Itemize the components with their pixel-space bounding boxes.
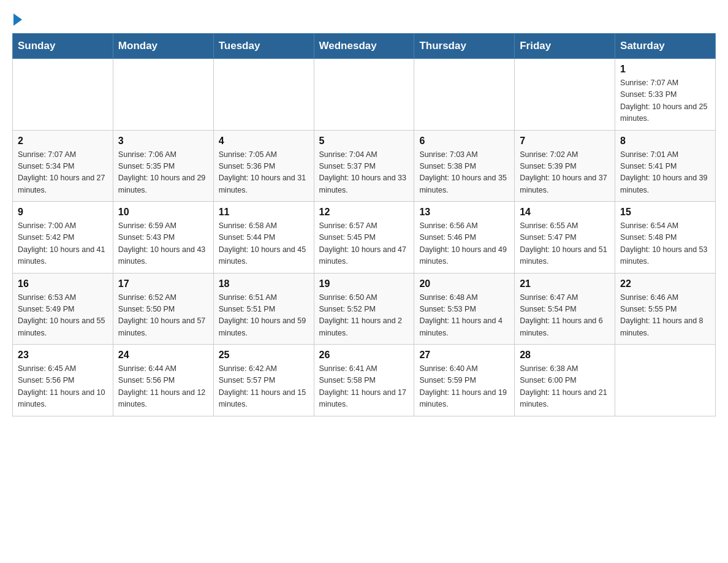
day-info: Sunrise: 7:02 AM Sunset: 5:39 PM Dayligh… (520, 149, 610, 197)
day-number: 13 (419, 207, 509, 218)
calendar-cell: 18Sunrise: 6:51 AM Sunset: 5:51 PM Dayli… (213, 273, 314, 345)
day-info: Sunrise: 7:05 AM Sunset: 5:36 PM Dayligh… (219, 149, 309, 197)
day-number: 20 (419, 278, 509, 289)
page-header (12, 12, 716, 23)
day-info: Sunrise: 6:51 AM Sunset: 5:51 PM Dayligh… (219, 292, 309, 340)
day-info: Sunrise: 7:03 AM Sunset: 5:38 PM Dayligh… (419, 149, 509, 197)
calendar-cell: 7Sunrise: 7:02 AM Sunset: 5:39 PM Daylig… (515, 130, 615, 202)
day-number: 1 (620, 64, 710, 75)
calendar-cell: 12Sunrise: 6:57 AM Sunset: 5:45 PM Dayli… (314, 202, 414, 274)
calendar-cell: 21Sunrise: 6:47 AM Sunset: 5:54 PM Dayli… (515, 273, 615, 345)
day-info: Sunrise: 6:50 AM Sunset: 5:52 PM Dayligh… (319, 292, 409, 340)
day-info: Sunrise: 6:42 AM Sunset: 5:57 PM Dayligh… (219, 363, 309, 411)
day-number: 4 (219, 136, 309, 147)
calendar-cell: 11Sunrise: 6:58 AM Sunset: 5:44 PM Dayli… (213, 202, 314, 274)
calendar-cell: 23Sunrise: 6:45 AM Sunset: 5:56 PM Dayli… (13, 345, 113, 416)
calendar-cell: 15Sunrise: 6:54 AM Sunset: 5:48 PM Dayli… (615, 202, 716, 274)
day-number: 26 (319, 350, 409, 361)
day-info: Sunrise: 7:01 AM Sunset: 5:41 PM Dayligh… (620, 149, 710, 197)
week-row-2: 2Sunrise: 7:07 AM Sunset: 5:34 PM Daylig… (13, 130, 716, 202)
day-number: 21 (520, 278, 610, 289)
calendar-cell: 13Sunrise: 6:56 AM Sunset: 5:46 PM Dayli… (414, 202, 515, 274)
calendar-cell: 10Sunrise: 6:59 AM Sunset: 5:43 PM Dayli… (113, 202, 213, 274)
column-header-monday: Monday (113, 34, 213, 59)
column-header-saturday: Saturday (615, 34, 716, 59)
calendar-cell: 3Sunrise: 7:06 AM Sunset: 5:35 PM Daylig… (113, 130, 213, 202)
calendar-cell: 25Sunrise: 6:42 AM Sunset: 5:57 PM Dayli… (213, 345, 314, 416)
day-info: Sunrise: 6:48 AM Sunset: 5:53 PM Dayligh… (419, 292, 509, 340)
day-number: 19 (319, 278, 409, 289)
week-row-1: 1Sunrise: 7:07 AM Sunset: 5:33 PM Daylig… (13, 59, 716, 131)
calendar-cell (13, 59, 113, 131)
day-number: 5 (319, 136, 409, 147)
day-number: 24 (118, 350, 208, 361)
column-header-friday: Friday (515, 34, 615, 59)
day-number: 11 (219, 207, 309, 218)
day-number: 23 (18, 350, 108, 361)
calendar-cell: 24Sunrise: 6:44 AM Sunset: 5:56 PM Dayli… (113, 345, 213, 416)
day-info: Sunrise: 7:07 AM Sunset: 5:34 PM Dayligh… (18, 149, 108, 197)
calendar-cell (414, 59, 515, 131)
day-info: Sunrise: 6:54 AM Sunset: 5:48 PM Dayligh… (620, 220, 710, 268)
calendar-cell: 16Sunrise: 6:53 AM Sunset: 5:49 PM Dayli… (13, 273, 113, 345)
day-info: Sunrise: 6:46 AM Sunset: 5:55 PM Dayligh… (620, 292, 710, 340)
calendar-cell: 6Sunrise: 7:03 AM Sunset: 5:38 PM Daylig… (414, 130, 515, 202)
logo (12, 12, 22, 23)
day-info: Sunrise: 6:59 AM Sunset: 5:43 PM Dayligh… (118, 220, 208, 268)
column-header-tuesday: Tuesday (213, 34, 314, 59)
day-number: 18 (219, 278, 309, 289)
day-info: Sunrise: 6:44 AM Sunset: 5:56 PM Dayligh… (118, 363, 208, 411)
calendar-cell: 19Sunrise: 6:50 AM Sunset: 5:52 PM Dayli… (314, 273, 414, 345)
week-row-3: 9Sunrise: 7:00 AM Sunset: 5:42 PM Daylig… (13, 202, 716, 274)
day-info: Sunrise: 6:56 AM Sunset: 5:46 PM Dayligh… (419, 220, 509, 268)
day-number: 16 (18, 278, 108, 289)
day-number: 7 (520, 136, 610, 147)
calendar-cell (515, 59, 615, 131)
day-info: Sunrise: 6:53 AM Sunset: 5:49 PM Dayligh… (18, 292, 108, 340)
calendar-cell (113, 59, 213, 131)
day-info: Sunrise: 7:04 AM Sunset: 5:37 PM Dayligh… (319, 149, 409, 197)
day-number: 3 (118, 136, 208, 147)
logo-arrow-icon (13, 13, 22, 26)
day-info: Sunrise: 7:07 AM Sunset: 5:33 PM Dayligh… (620, 77, 710, 125)
calendar-cell: 28Sunrise: 6:38 AM Sunset: 6:00 PM Dayli… (515, 345, 615, 416)
day-number: 27 (419, 350, 509, 361)
day-info: Sunrise: 6:57 AM Sunset: 5:45 PM Dayligh… (319, 220, 409, 268)
column-header-sunday: Sunday (13, 34, 113, 59)
day-number: 15 (620, 207, 710, 218)
day-info: Sunrise: 6:40 AM Sunset: 5:59 PM Dayligh… (419, 363, 509, 411)
day-number: 6 (419, 136, 509, 147)
day-info: Sunrise: 7:00 AM Sunset: 5:42 PM Dayligh… (18, 220, 108, 268)
day-number: 10 (118, 207, 208, 218)
day-number: 9 (18, 207, 108, 218)
calendar-cell: 26Sunrise: 6:41 AM Sunset: 5:58 PM Dayli… (314, 345, 414, 416)
day-number: 22 (620, 278, 710, 289)
day-number: 25 (219, 350, 309, 361)
day-info: Sunrise: 6:55 AM Sunset: 5:47 PM Dayligh… (520, 220, 610, 268)
day-number: 17 (118, 278, 208, 289)
calendar-table: SundayMondayTuesdayWednesdayThursdayFrid… (12, 33, 716, 416)
day-info: Sunrise: 6:38 AM Sunset: 6:00 PM Dayligh… (520, 363, 610, 411)
day-info: Sunrise: 6:58 AM Sunset: 5:44 PM Dayligh… (219, 220, 309, 268)
week-row-4: 16Sunrise: 6:53 AM Sunset: 5:49 PM Dayli… (13, 273, 716, 345)
calendar-cell (615, 345, 716, 416)
day-number: 12 (319, 207, 409, 218)
column-header-thursday: Thursday (414, 34, 515, 59)
calendar-cell: 8Sunrise: 7:01 AM Sunset: 5:41 PM Daylig… (615, 130, 716, 202)
header-row: SundayMondayTuesdayWednesdayThursdayFrid… (13, 34, 716, 59)
day-number: 28 (520, 350, 610, 361)
calendar-cell: 4Sunrise: 7:05 AM Sunset: 5:36 PM Daylig… (213, 130, 314, 202)
calendar-cell (213, 59, 314, 131)
day-number: 2 (18, 136, 108, 147)
calendar-cell: 9Sunrise: 7:00 AM Sunset: 5:42 PM Daylig… (13, 202, 113, 274)
day-info: Sunrise: 7:06 AM Sunset: 5:35 PM Dayligh… (118, 149, 208, 197)
day-number: 14 (520, 207, 610, 218)
calendar-cell: 20Sunrise: 6:48 AM Sunset: 5:53 PM Dayli… (414, 273, 515, 345)
week-row-5: 23Sunrise: 6:45 AM Sunset: 5:56 PM Dayli… (13, 345, 716, 416)
calendar-cell: 2Sunrise: 7:07 AM Sunset: 5:34 PM Daylig… (13, 130, 113, 202)
calendar-body: 1Sunrise: 7:07 AM Sunset: 5:33 PM Daylig… (13, 59, 716, 416)
day-info: Sunrise: 6:47 AM Sunset: 5:54 PM Dayligh… (520, 292, 610, 340)
calendar-cell: 27Sunrise: 6:40 AM Sunset: 5:59 PM Dayli… (414, 345, 515, 416)
column-header-wednesday: Wednesday (314, 34, 414, 59)
calendar-cell (314, 59, 414, 131)
